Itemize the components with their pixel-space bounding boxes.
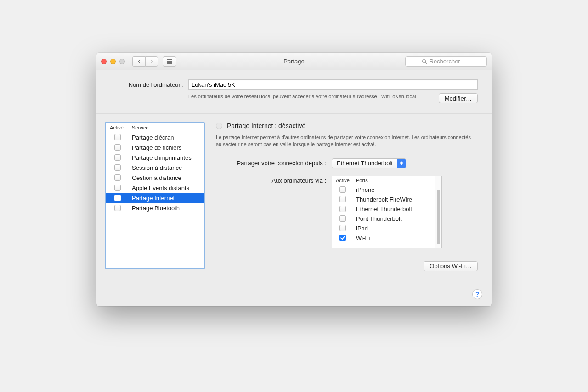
services-header-active: Activé <box>106 123 129 132</box>
service-row[interactable]: Session à distance <box>106 162 204 173</box>
service-checkbox[interactable] <box>114 174 121 181</box>
port-row[interactable]: Ethernet Thunderbolt <box>332 204 435 214</box>
share-from-select[interactable]: Ethernet Thunderbolt <box>332 158 406 168</box>
status-line: Partage Internet : désactivé <box>216 122 478 129</box>
svg-point-0 <box>422 59 425 62</box>
lower-section: Activé Service Partage d'écranPartage de… <box>96 113 492 282</box>
service-checkbox[interactable] <box>114 144 121 151</box>
port-row[interactable]: iPad <box>332 224 435 233</box>
status-title: Partage Internet : désactivé <box>227 122 305 129</box>
share-from-row: Partager votre connexion depuis : Ethern… <box>216 158 478 168</box>
port-checkbox[interactable] <box>339 186 346 193</box>
help-icon: ? <box>475 291 480 298</box>
service-checkbox[interactable] <box>114 134 121 140</box>
svg-line-1 <box>425 62 426 63</box>
port-checkbox[interactable] <box>339 215 346 222</box>
footer: ? <box>96 282 492 306</box>
computer-name-desc: Les ordinateurs de votre réseau local pe… <box>188 93 434 100</box>
service-label: Gestion à distance <box>129 174 204 181</box>
computer-name-label: Nom de l'ordinateur : <box>110 81 184 88</box>
port-checkbox[interactable] <box>339 225 346 231</box>
service-row[interactable]: Partage Bluetooth <box>106 203 204 213</box>
service-checkbox[interactable] <box>114 205 121 211</box>
close-window-button[interactable] <box>101 59 107 64</box>
port-checkbox[interactable] <box>339 206 346 212</box>
port-checkbox[interactable] <box>339 196 346 202</box>
computer-name-row: Nom de l'ordinateur : <box>110 79 478 90</box>
detail-description: Le partage Internet permet à d'autres or… <box>216 134 478 148</box>
port-label: Wi-Fi <box>353 235 435 241</box>
service-label: Session à distance <box>129 164 204 171</box>
minimize-window-button[interactable] <box>110 59 116 64</box>
service-checkbox[interactable] <box>114 164 121 171</box>
to-computers-label: Aux ordinateurs via : <box>216 176 326 184</box>
service-checkbox[interactable] <box>114 195 121 201</box>
ports-header-active: Activé <box>332 176 353 185</box>
port-label: Thunderbolt FireWire <box>353 196 435 203</box>
service-label: Apple Events distants <box>129 185 204 191</box>
detail-panel: Partage Internet : désactivé Le partage … <box>216 122 478 271</box>
service-row[interactable]: Partage Internet <box>106 193 204 203</box>
zoom-window-button[interactable] <box>119 59 125 64</box>
service-label: Partage Bluetooth <box>129 205 204 212</box>
service-row[interactable]: Partage d'écran <box>106 132 204 142</box>
service-label: Partage d'écran <box>129 134 204 141</box>
show-all-button[interactable] <box>163 56 176 67</box>
help-button[interactable]: ? <box>472 289 482 299</box>
service-row[interactable]: Partage d'imprimantes <box>106 152 204 162</box>
services-header: Activé Service <box>106 123 204 132</box>
chevron-up-down-icon <box>397 159 406 168</box>
port-row[interactable]: Pont Thunderbolt <box>332 214 435 224</box>
wifi-options-button[interactable]: Options Wi-Fi… <box>424 261 478 271</box>
nav-back-forward <box>132 56 158 67</box>
search-field[interactable] <box>405 56 487 67</box>
scrollbar[interactable] <box>435 176 441 248</box>
window-controls <box>101 59 125 64</box>
edit-button[interactable]: Modifier… <box>439 93 478 103</box>
content: Nom de l'ordinateur : Les ordinateurs de… <box>96 70 492 282</box>
port-label: Ethernet Thunderbolt <box>353 206 435 213</box>
service-checkbox[interactable] <box>114 154 121 161</box>
port-row[interactable]: iPhone <box>332 185 435 195</box>
share-from-label: Partager votre connexion depuis : <box>216 158 326 167</box>
forward-button[interactable] <box>145 56 158 67</box>
port-label: iPad <box>353 225 435 232</box>
ports-header: Activé Ports <box>332 176 435 185</box>
port-row[interactable]: Thunderbolt FireWire <box>332 195 435 204</box>
computer-name-input[interactable] <box>188 79 478 90</box>
service-label: Partage d'imprimantes <box>129 154 204 161</box>
back-button[interactable] <box>132 56 145 67</box>
service-checkbox[interactable] <box>114 185 121 191</box>
to-computers-row: Aux ordinateurs via : Activé Ports iPhon… <box>216 176 478 248</box>
port-row[interactable]: Wi-Fi <box>332 233 435 243</box>
port-label: iPhone <box>353 186 435 193</box>
computer-name-desc-row: Les ordinateurs de votre réseau local pe… <box>110 93 478 103</box>
service-row[interactable]: Gestion à distance <box>106 173 204 183</box>
port-checkbox[interactable] <box>339 235 346 241</box>
search-icon <box>422 59 427 64</box>
share-from-value: Ethernet Thunderbolt <box>332 159 397 168</box>
service-label: Partage de fichiers <box>129 144 204 151</box>
service-label: Partage Internet <box>129 195 204 202</box>
services-header-service: Service <box>129 123 204 132</box>
grid-icon <box>167 59 172 64</box>
preferences-window: Partage Nom de l'ordinateur : Les ordina… <box>96 53 492 306</box>
service-row[interactable]: Partage de fichiers <box>106 142 204 152</box>
service-row[interactable]: Apple Events distants <box>106 183 204 193</box>
ports-header-ports: Ports <box>353 176 435 185</box>
status-indicator-icon <box>216 123 222 129</box>
search-input[interactable] <box>430 58 471 65</box>
services-table[interactable]: Activé Service Partage d'écranPartage de… <box>105 122 205 269</box>
port-label: Pont Thunderbolt <box>353 215 435 222</box>
toolbar: Partage <box>96 53 492 70</box>
ports-table[interactable]: Activé Ports iPhoneThunderbolt FireWireE… <box>332 176 442 248</box>
